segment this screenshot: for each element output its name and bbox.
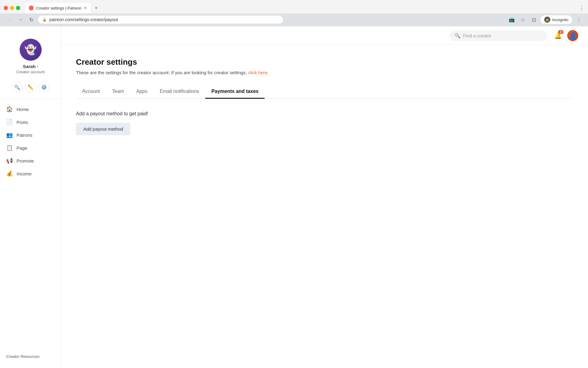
payout-heading: Add a payout method to get paid! bbox=[76, 111, 573, 117]
profile-chevron-icon: › bbox=[37, 64, 38, 69]
tab-email-notifications[interactable]: Email notifications bbox=[153, 85, 205, 99]
page-title: Creator settings bbox=[76, 57, 573, 67]
sidebar-item-promote-label: Promote bbox=[17, 158, 34, 163]
tab-favicon bbox=[29, 6, 34, 10]
sidebar-item-posts[interactable]: 📄 Posts bbox=[0, 116, 61, 128]
add-payout-method-button[interactable]: Add payout method bbox=[76, 123, 130, 135]
page-desc-before: These are the settings for the creator a… bbox=[76, 70, 248, 75]
tab-payments-and-taxes[interactable]: Payments and taxes bbox=[205, 85, 265, 99]
browser-chrome: Creator settings | Patreon ✕ + ⋮ ← → ↻ 🔒… bbox=[0, 0, 588, 26]
sidebar-actions: 🔍 ✏️ ⚙️ bbox=[0, 79, 61, 98]
minimize-window-btn[interactable] bbox=[10, 6, 14, 10]
url-bar[interactable]: 🔒 patreon.com/settings-creator/payout bbox=[38, 16, 283, 24]
tab-menu-button[interactable]: ⋮ bbox=[579, 5, 584, 11]
creator-resources-link[interactable]: Creator Resources bbox=[6, 354, 55, 359]
edit-button[interactable]: ✏️ bbox=[25, 82, 36, 93]
page-description: These are the settings for the creator a… bbox=[76, 70, 573, 75]
user-avatar-button[interactable]: 👤 bbox=[567, 30, 578, 41]
patrons-icon: 👥 bbox=[6, 132, 13, 138]
incognito-label: Incognito bbox=[552, 17, 568, 22]
notification-badge: 2 bbox=[558, 30, 564, 34]
avatar[interactable]: 👻 bbox=[20, 39, 42, 61]
sidebar-footer: Creator Resources bbox=[0, 349, 61, 364]
page-icon: 📋 bbox=[6, 144, 13, 151]
settings-tabs: Account Team Apps Email notifications Pa… bbox=[76, 85, 573, 99]
topbar: 🔍 Find a creator 🔔 2 👤 bbox=[61, 26, 588, 45]
tab-team[interactable]: Team bbox=[106, 85, 130, 99]
user-avatar-image: 👤 bbox=[569, 32, 577, 39]
sidebar-item-home[interactable]: 🏠 Home bbox=[0, 103, 61, 116]
cast-icon[interactable]: 📺 bbox=[507, 15, 516, 24]
forward-button[interactable]: → bbox=[16, 15, 24, 24]
bookmark-icon[interactable]: ☆ bbox=[518, 15, 527, 24]
notifications-button[interactable]: 🔔 2 bbox=[552, 30, 564, 41]
reload-button[interactable]: ↻ bbox=[27, 15, 36, 24]
payout-section: Add a payout method to get paid! Add pay… bbox=[76, 111, 573, 135]
sidebar-item-home-label: Home bbox=[17, 107, 29, 112]
new-tab-button[interactable]: + bbox=[92, 4, 100, 12]
avatar-image: 👻 bbox=[24, 44, 37, 56]
sidebar-nav: 🏠 Home 📄 Posts 👥 Patrons 📋 Page 📢 Promot… bbox=[0, 100, 61, 349]
lock-icon: 🔒 bbox=[42, 17, 47, 22]
sidebar-item-page-label: Page bbox=[17, 145, 27, 151]
sidebar-item-income[interactable]: 💰 Income bbox=[0, 167, 61, 180]
explore-button[interactable]: 🔍 bbox=[12, 82, 23, 93]
sidebar-item-page[interactable]: 📋 Page bbox=[0, 141, 61, 154]
search-placeholder: Find a creator bbox=[463, 33, 492, 38]
tab-account[interactable]: Account bbox=[76, 85, 106, 99]
main-content: 🔍 Find a creator 🔔 2 👤 Creator settings … bbox=[61, 26, 588, 368]
posts-icon: 📄 bbox=[6, 119, 13, 125]
browser-menu-button[interactable]: ⋮ bbox=[575, 15, 583, 24]
tab-title: Creator settings | Patreon bbox=[36, 6, 81, 10]
income-icon: 💰 bbox=[6, 170, 13, 177]
sidebar-item-income-label: Income bbox=[17, 171, 32, 176]
sidebar-item-patrons-label: Patrons bbox=[17, 132, 32, 138]
window-controls bbox=[4, 6, 20, 10]
split-screen-icon[interactable]: ⊡ bbox=[530, 15, 538, 24]
profile-name-text: Sarah bbox=[23, 64, 36, 69]
sidebar-item-patrons[interactable]: 👥 Patrons bbox=[0, 128, 61, 141]
sidebar-profile: 👻 Sarah › Creator account bbox=[0, 33, 61, 79]
click-here-link[interactable]: click here bbox=[248, 70, 267, 75]
page-desc-after: . bbox=[267, 70, 269, 75]
sidebar-item-promote[interactable]: 📢 Promote bbox=[0, 154, 61, 167]
tab-close-btn[interactable]: ✕ bbox=[84, 6, 87, 10]
tab-apps[interactable]: Apps bbox=[130, 85, 153, 99]
topbar-icons: 🔔 2 👤 bbox=[552, 30, 578, 41]
sidebar-divider bbox=[0, 99, 61, 99]
home-icon: 🏠 bbox=[6, 106, 13, 113]
back-button[interactable]: ← bbox=[5, 15, 13, 24]
content-area: Creator settings These are the settings … bbox=[61, 45, 588, 148]
profile-name-link[interactable]: Sarah › bbox=[23, 64, 38, 69]
search-icon: 🔍 bbox=[454, 33, 461, 39]
promote-icon: 📢 bbox=[6, 157, 13, 164]
maximize-window-btn[interactable] bbox=[16, 6, 20, 10]
incognito-icon: 🕵 bbox=[544, 17, 550, 23]
url-text: patreon.com/settings-creator/payout bbox=[49, 17, 118, 22]
sidebar: 👻 Sarah › Creator account 🔍 ✏️ ⚙️ 🏠 Home… bbox=[0, 26, 61, 368]
settings-button[interactable]: ⚙️ bbox=[39, 82, 50, 93]
profile-type: Creator account bbox=[16, 70, 45, 74]
close-window-btn[interactable] bbox=[4, 6, 8, 10]
active-tab[interactable]: Creator settings | Patreon ✕ bbox=[25, 3, 91, 13]
search-bar[interactable]: 🔍 Find a creator bbox=[450, 30, 548, 41]
sidebar-item-posts-label: Posts bbox=[17, 120, 28, 125]
incognito-badge: 🕵 Incognito bbox=[541, 15, 572, 24]
